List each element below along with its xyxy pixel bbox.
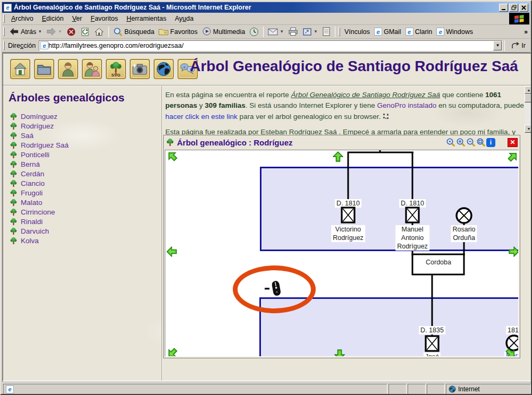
home-button[interactable] xyxy=(92,26,106,38)
print-button[interactable] xyxy=(286,26,300,37)
sidebar-item[interactable]: Saá xyxy=(3,131,162,140)
sidebar-item[interactable]: Ponticelli xyxy=(3,150,162,159)
link-gmail[interactable]: eGMail xyxy=(372,27,403,37)
scroll-thumb[interactable] xyxy=(525,94,532,102)
scroll-down-button[interactable]: ▼ xyxy=(525,125,532,133)
deceased-female-symbol-rosario[interactable] xyxy=(455,207,473,225)
family-count: 309 familias xyxy=(205,101,246,109)
tree-panel-title: Árbol genealógico : Rodríguez xyxy=(177,138,445,147)
sidebar-item[interactable]: Rodríguez Saá xyxy=(3,140,162,150)
address-grip[interactable] xyxy=(3,41,5,50)
report-link[interactable]: Árbol Genealógico de Santiago Rodríguez … xyxy=(291,91,440,99)
tree-icon xyxy=(10,132,18,140)
pan-left-arrow[interactable] xyxy=(166,246,177,257)
home-nav-icon[interactable] xyxy=(10,59,30,79)
deceased-male-symbol-victorino[interactable] xyxy=(341,207,356,224)
sidebar-item[interactable]: Frugoli xyxy=(3,188,162,198)
sidebar-item[interactable]: Cerdán xyxy=(3,169,162,178)
manuel-name[interactable]: ManuelAntonioRodríguez xyxy=(395,225,429,251)
link-clarin[interactable]: eClarin xyxy=(403,27,435,37)
print-icon xyxy=(288,27,298,36)
menu-ver[interactable]: Ver xyxy=(68,13,87,24)
second-paragraph: Esta página fue realizada por Esteban Ro… xyxy=(165,127,525,135)
folder-nav-icon[interactable] xyxy=(34,59,54,79)
forward-dropdown-caret[interactable]: ▼ xyxy=(58,29,62,34)
pan-right-arrow[interactable] xyxy=(509,246,519,257)
edit-dropdown-caret[interactable]: ▼ xyxy=(314,29,318,34)
tree-icon xyxy=(166,138,174,147)
edit-button[interactable]: ▼ xyxy=(300,27,320,37)
menu-ayuda[interactable]: Ayuda xyxy=(171,13,198,24)
open-tree-link[interactable]: hacer click en este link xyxy=(165,113,238,121)
sidebar-item[interactable]: Darvuich xyxy=(3,226,162,236)
genopro-link[interactable]: GenoPro instalado xyxy=(377,101,437,109)
favorites-icon xyxy=(158,27,168,36)
zoom-out-button[interactable] xyxy=(466,138,476,147)
toolbar-overflow-chevron[interactable]: » xyxy=(524,28,528,36)
go-button[interactable]: Ir xyxy=(507,42,530,49)
family-nav-icon[interactable] xyxy=(82,59,102,79)
menu-edicion[interactable]: Edición xyxy=(38,13,68,24)
link-windows[interactable]: eWindows xyxy=(434,27,475,37)
deceased-male-symbol-manuel[interactable] xyxy=(405,207,420,224)
globe-icon[interactable] xyxy=(154,59,174,79)
history-button[interactable] xyxy=(247,26,261,38)
back-dropdown-caret[interactable]: ▼ xyxy=(38,29,42,34)
restore-button[interactable] xyxy=(509,4,518,12)
person-nav-icon[interactable] xyxy=(58,59,78,79)
victorino-name[interactable]: VictorinoRodríguez xyxy=(331,225,365,242)
back-button[interactable]: Atrás▼ xyxy=(7,25,44,38)
forward-button[interactable]: ▼ xyxy=(44,25,64,38)
links-grip[interactable] xyxy=(339,27,340,37)
zoom-in-button[interactable] xyxy=(455,138,466,147)
zoom-reset-button[interactable] xyxy=(445,138,455,147)
tree-icon xyxy=(10,227,18,235)
minimize-button[interactable] xyxy=(499,4,508,12)
sidebar-item[interactable]: Ciancio xyxy=(3,178,162,188)
sidebar-item[interactable]: Berná xyxy=(3,159,162,169)
sidebar-item[interactable]: Rodríguez xyxy=(3,121,162,131)
mail-button[interactable]: ▼ xyxy=(266,27,286,37)
favorites-button[interactable]: Favoritos xyxy=(156,26,199,37)
tree-icon xyxy=(10,179,18,187)
info-button[interactable]: i xyxy=(486,138,496,147)
text-scrollbar[interactable]: ▲ ▼ xyxy=(525,86,532,133)
rosario-name[interactable]: RosarioOrduña xyxy=(451,225,477,242)
close-panel-button[interactable]: ✕ xyxy=(508,138,518,147)
sidebar-item[interactable]: Domínguez xyxy=(3,111,162,121)
menu-grip[interactable] xyxy=(3,14,5,22)
toolbar-separator xyxy=(108,27,109,37)
deceased-male-symbol-jose[interactable] xyxy=(425,335,440,352)
ie-page-icon: e xyxy=(40,41,48,49)
menu-herramientas[interactable]: Herramientas xyxy=(122,13,171,24)
scroll-up-button[interactable]: ▲ xyxy=(525,86,532,94)
camera-icon[interactable] xyxy=(130,59,150,79)
sidebar-item[interactable]: Malato xyxy=(3,198,162,207)
ie-page-icon: e xyxy=(436,28,444,36)
zoom-fit-button[interactable] xyxy=(476,138,486,147)
media-button[interactable]: Multimedia xyxy=(200,26,247,37)
stop-button[interactable] xyxy=(64,26,78,38)
menu-favoritos[interactable]: Favoritos xyxy=(86,13,122,24)
search-button[interactable]: Búsqueda xyxy=(111,26,156,38)
sidebar-item[interactable]: Cirrincione xyxy=(3,207,162,217)
toolbar-grip[interactable] xyxy=(3,27,5,37)
mail-dropdown-caret[interactable]: ▼ xyxy=(280,29,284,34)
title-bar[interactable]: e Árbol Genealógico de Santiago Rodrígue… xyxy=(2,2,530,13)
pan-up-arrow[interactable] xyxy=(333,151,343,162)
url-input[interactable] xyxy=(48,42,493,49)
marriage-place-label[interactable]: Cordoba xyxy=(424,258,453,267)
refresh-button[interactable] xyxy=(78,26,92,38)
sidebar-item[interactable]: Kolva xyxy=(3,236,162,245)
sidebar-item[interactable]: Rinaldi xyxy=(3,217,162,226)
jose-name[interactable]: José xyxy=(424,353,441,357)
site-header: SVG «» Árbol Genealógico de Santiago Rod… xyxy=(3,54,531,85)
tree-canvas[interactable]: D. 1810 VictorinoRodríguez D. 1810 Manue… xyxy=(165,150,519,357)
address-dropdown-button[interactable]: ▼ xyxy=(493,41,502,50)
close-window-button[interactable] xyxy=(519,4,528,12)
svg-tree-icon[interactable]: SVG xyxy=(106,59,126,79)
address-field[interactable]: e ▼ xyxy=(39,40,502,51)
menu-archivo[interactable]: Archivo xyxy=(7,13,38,24)
pan-down-arrow[interactable] xyxy=(334,349,345,357)
discuss-button[interactable] xyxy=(320,26,333,37)
